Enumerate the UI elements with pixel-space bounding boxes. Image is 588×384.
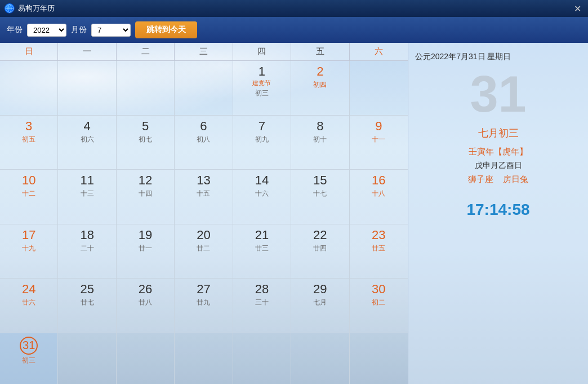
day-number: 5 <box>142 119 149 134</box>
toolbar: 年份 2022 2021 2023 月份 7 123 456 8910 1112… <box>0 17 588 43</box>
table-row[interactable] <box>58 61 116 116</box>
day-number: 21 <box>255 228 269 242</box>
table-row[interactable]: 25 廿七 <box>58 279 116 333</box>
table-row[interactable] <box>117 333 175 385</box>
lunar: 廿五 <box>372 244 385 253</box>
day-number: 28 <box>255 282 269 297</box>
lunar: 初八 <box>197 135 210 144</box>
table-row[interactable]: 9 十一 <box>350 116 408 170</box>
table-row[interactable]: 21 廿三 <box>233 224 291 279</box>
table-row[interactable] <box>58 333 116 385</box>
month-select[interactable]: 7 123 456 8910 1112 <box>91 24 131 37</box>
calendar-area: 日 一 二 三 四 五 六 1 建党节 初三 2 初四 <box>0 43 408 384</box>
table-row[interactable]: 10 十二 <box>0 170 58 224</box>
table-row[interactable] <box>350 333 408 385</box>
day-number: 4 <box>84 119 91 134</box>
table-row[interactable]: 11 十三 <box>58 170 116 224</box>
table-row[interactable]: 26 廿八 <box>117 279 175 333</box>
calendar-grid: 1 建党节 初三 2 初四 3 初五 4 初六 5 初七 <box>0 61 408 384</box>
table-row[interactable]: 3 初五 <box>0 116 58 170</box>
day-number: 15 <box>313 173 327 188</box>
year-label: 年份 <box>7 25 23 35</box>
lunar: 十二 <box>22 189 35 198</box>
lunar: 初三 <box>22 356 35 365</box>
month-label: 月份 <box>71 25 87 35</box>
table-row[interactable]: 7 初九 <box>233 116 291 170</box>
table-row[interactable]: 29 七月 <box>291 279 349 333</box>
table-row[interactable] <box>233 333 291 385</box>
table-row[interactable]: 15 十七 <box>291 170 349 224</box>
table-row[interactable] <box>175 61 233 116</box>
day-number: 17 <box>22 228 35 242</box>
table-row[interactable]: 22 廿四 <box>291 224 349 279</box>
header-mon: 一 <box>58 43 116 60</box>
day-number: 13 <box>197 173 210 188</box>
day-number: 2 <box>317 64 323 79</box>
lunar: 初十 <box>313 135 327 144</box>
table-row[interactable]: 4 初六 <box>58 116 116 170</box>
table-row[interactable]: 12 十四 <box>117 170 175 224</box>
lunar: 廿三 <box>255 244 269 253</box>
header-wed: 三 <box>175 43 233 60</box>
festival: 建党节 <box>252 79 271 87</box>
table-row[interactable]: 13 十五 <box>175 170 233 224</box>
table-row[interactable]: 28 三十 <box>233 279 291 333</box>
table-row[interactable]: 16 十八 <box>350 170 408 224</box>
table-row[interactable]: 8 初十 <box>291 116 349 170</box>
header-thu: 四 <box>233 43 291 60</box>
header-tue: 二 <box>117 43 175 60</box>
day-number: 11 <box>80 173 93 188</box>
header-fri: 五 <box>291 43 349 60</box>
big-day-number: 31 <box>470 69 526 120</box>
table-row[interactable]: 6 初八 <box>175 116 233 170</box>
lunar-date-big: 七月初三 <box>478 126 519 140</box>
main-container: 日 一 二 三 四 五 六 1 建党节 初三 2 初四 <box>0 43 588 384</box>
lunar: 十四 <box>139 189 152 198</box>
table-row[interactable]: 23 廿五 <box>350 224 408 279</box>
day-number: 23 <box>372 228 385 242</box>
ganzhi-month-day: 戊申月乙酉日 <box>475 161 522 171</box>
lunar: 十七 <box>313 189 327 198</box>
day-number: 14 <box>255 173 269 188</box>
table-row[interactable] <box>0 61 58 116</box>
day-taboo: 房日兔 <box>503 174 528 184</box>
table-row[interactable]: 20 廿二 <box>175 224 233 279</box>
day-headers: 日 一 二 三 四 五 六 <box>0 43 408 61</box>
title-bar: 易构万年历 ✕ <box>0 0 588 17</box>
table-row[interactable] <box>175 333 233 385</box>
zodiac-house: 狮子座 <box>468 174 493 184</box>
day-number: 6 <box>200 119 207 134</box>
table-row[interactable]: 19 廿一 <box>117 224 175 279</box>
table-row[interactable]: 14 十六 <box>233 170 291 224</box>
lunar: 初三 <box>255 89 269 98</box>
table-row[interactable]: 27 廿九 <box>175 279 233 333</box>
table-row[interactable]: 5 初七 <box>117 116 175 170</box>
day-number: 22 <box>313 228 327 242</box>
table-row[interactable] <box>117 61 175 116</box>
table-row[interactable]: 18 二十 <box>58 224 116 279</box>
table-row[interactable]: 31 初三 <box>0 333 58 385</box>
table-row[interactable] <box>350 61 408 116</box>
lunar: 三十 <box>255 298 269 307</box>
app-title: 易构万年历 <box>18 3 571 14</box>
lunar: 廿二 <box>197 244 210 253</box>
table-row[interactable]: 30 初二 <box>350 279 408 333</box>
jump-today-button[interactable]: 跳转到今天 <box>135 21 197 38</box>
table-row[interactable]: 1 建党节 初三 <box>233 61 291 116</box>
year-select[interactable]: 2022 2021 2023 <box>27 24 66 37</box>
table-row[interactable]: 2 初四 <box>291 61 349 116</box>
table-row[interactable]: 24 廿六 <box>0 279 58 333</box>
lunar: 十八 <box>372 189 385 198</box>
day-number: 19 <box>139 228 152 242</box>
close-button[interactable]: ✕ <box>571 2 583 15</box>
today-circle: 31 <box>20 337 38 355</box>
table-row[interactable] <box>291 333 349 385</box>
lunar: 七月 <box>313 298 327 307</box>
day-number: 7 <box>259 119 265 134</box>
table-row[interactable]: 17 十九 <box>0 224 58 279</box>
lunar: 初四 <box>313 80 327 90</box>
header-sun: 日 <box>0 43 58 60</box>
lunar: 廿一 <box>139 244 152 253</box>
right-panel: 公元2022年7月31日 星期日 31 七月初三 壬寅年【虎年】 戊申月乙酉日 … <box>408 43 588 384</box>
day-number: 1 <box>259 64 265 79</box>
